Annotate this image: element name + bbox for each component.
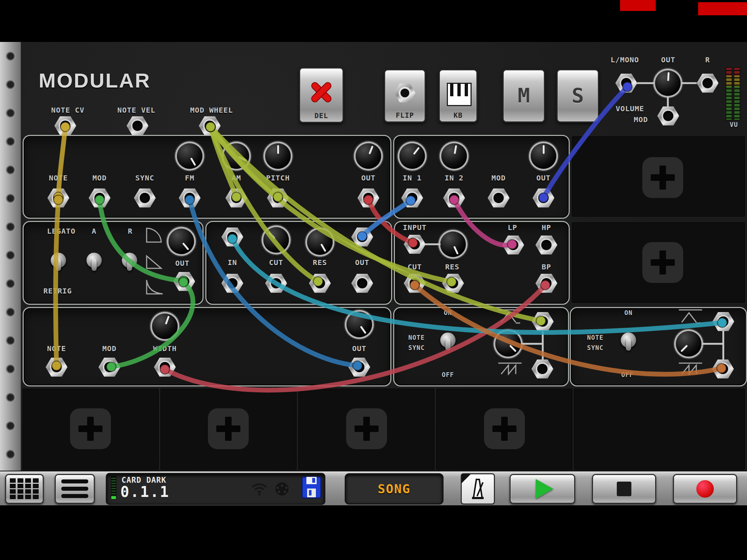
note-vel-label: NOTE VEL <box>117 106 155 114</box>
module-oscillator <box>23 135 391 219</box>
filter-res-label: RES <box>313 258 327 267</box>
env-legato-toggle[interactable] <box>51 253 66 268</box>
save-disk-icon[interactable] <box>301 476 322 499</box>
mute-button-label: M <box>518 83 530 107</box>
metronome-button[interactable] <box>461 473 495 505</box>
osc-am-label: AM <box>232 174 241 182</box>
lfo2-note-label: NOTE <box>587 334 604 341</box>
env-out-knob[interactable] <box>169 229 194 254</box>
synth-title: MODULAR <box>39 69 151 92</box>
delete-x-icon <box>310 81 333 104</box>
module-pwm <box>23 307 391 386</box>
env-out-label: OUT <box>175 259 189 268</box>
keyboard-button-label: KB <box>454 111 463 119</box>
lfo1-note-label: NOTE <box>409 334 425 341</box>
mixer-mod-label: MOD <box>491 174 506 182</box>
rack-rail <box>0 42 21 471</box>
vu-meter-left <box>726 67 732 120</box>
osc-pitch-label: PITCH <box>266 174 290 182</box>
note-cv-label: NOTE CV <box>51 106 84 114</box>
lfo2-rate-knob[interactable] <box>676 331 701 357</box>
flip-button-label: FLIP <box>396 111 414 119</box>
lfo1-off-label: OFF <box>442 371 454 378</box>
filter2-hp-label: HP <box>542 223 551 232</box>
filter-cut-knob[interactable] <box>263 227 289 253</box>
mixer-out-knob[interactable] <box>531 143 556 169</box>
osc-out-knob[interactable] <box>356 143 381 169</box>
filter2-cut-knob[interactable] <box>440 232 466 257</box>
status-red-block-2 <box>698 2 747 15</box>
jack-nut-icon <box>394 83 415 102</box>
add-module-button-row2[interactable] <box>642 242 683 283</box>
filter2-cut-label: CUT <box>407 262 422 271</box>
record-icon <box>696 480 714 498</box>
mixer-out-label: OUT <box>536 174 550 182</box>
lfo2-off-label: OFF <box>621 371 634 378</box>
song-mode-button[interactable]: SONG <box>345 473 444 505</box>
mixer-in1-label: IN 1 <box>403 174 422 182</box>
display-vu-meter <box>111 476 116 499</box>
osc-sync-label: SYNC <box>135 174 154 182</box>
pwm-out-knob[interactable] <box>347 312 372 337</box>
stop-icon <box>617 482 631 496</box>
volume-mod-label: MOD <box>634 115 648 124</box>
osc-am-knob[interactable] <box>224 143 249 169</box>
solo-button-label: S <box>572 83 584 107</box>
env-attack-toggle[interactable] <box>86 253 102 268</box>
status-red-block-1 <box>620 0 656 11</box>
filter2-res-label: RES <box>445 262 459 271</box>
env-retrig-label: RETRIG <box>43 287 72 295</box>
pwm-width-label: WIDTH <box>153 344 177 353</box>
lfo1-sync-toggle[interactable] <box>440 332 456 348</box>
empty-slot-5 <box>574 389 745 470</box>
filter2-bp-label: BP <box>542 262 551 271</box>
env-a-label: A <box>92 227 96 236</box>
menu-icon <box>61 479 88 483</box>
record-button[interactable] <box>673 474 737 504</box>
pwm-out-label: OUT <box>352 344 366 353</box>
lfo2-sync-toggle[interactable] <box>621 332 636 348</box>
play-button[interactable] <box>510 474 575 504</box>
osc-pitch-knob[interactable] <box>265 143 291 169</box>
lfo1-sync-label: SYNC <box>409 344 425 351</box>
song-position: 0.1.1 <box>120 483 170 500</box>
out-label: OUT <box>661 55 675 64</box>
osc-mod-label: MOD <box>92 174 107 182</box>
grid-icon <box>10 478 16 483</box>
delete-button-label: DEL <box>314 112 328 120</box>
add-module-button-1[interactable] <box>70 408 111 449</box>
pwm-mod-label: MOD <box>102 344 116 353</box>
lfo2-sync-label: SYNC <box>587 344 604 351</box>
pattern-grid-button[interactable] <box>5 474 44 504</box>
filter-in-label: IN <box>228 258 237 267</box>
song-mode-label: SONG <box>378 482 411 496</box>
stop-button[interactable] <box>592 474 656 504</box>
lfo1-on-label: ON <box>444 309 452 316</box>
wifi-icon <box>251 482 268 496</box>
mixer-in2-knob[interactable] <box>441 143 467 169</box>
osc-out-label: OUT <box>361 174 375 182</box>
add-module-button-3[interactable] <box>346 408 387 449</box>
master-volume-knob[interactable] <box>655 70 681 96</box>
vu-label: VU <box>730 121 738 128</box>
menu-button[interactable] <box>55 474 95 504</box>
pwm-note-label: NOTE <box>47 344 66 353</box>
flip-button[interactable]: FLIP <box>384 69 426 122</box>
filter-res-knob[interactable] <box>307 229 333 255</box>
mixer-in1-knob[interactable] <box>399 143 425 169</box>
mute-button[interactable]: M <box>503 69 545 122</box>
env-release-toggle[interactable] <box>122 253 137 268</box>
solo-button[interactable]: S <box>557 69 599 122</box>
add-module-button-2[interactable] <box>208 408 249 449</box>
keyboard-button[interactable]: KB <box>439 69 477 122</box>
osc-fm-knob[interactable] <box>177 143 202 169</box>
delete-button[interactable]: DEL <box>299 67 344 123</box>
play-icon <box>536 479 553 499</box>
lfo1-rate-knob[interactable] <box>495 331 521 357</box>
add-module-button-row1[interactable] <box>642 157 683 198</box>
filter-cut-label: CUT <box>269 258 283 267</box>
add-module-button-4[interactable] <box>484 408 525 449</box>
pwm-width-knob[interactable] <box>152 314 178 339</box>
volume-label: VOLUME <box>616 104 644 113</box>
env-legato-label: LEGATO <box>47 227 76 236</box>
